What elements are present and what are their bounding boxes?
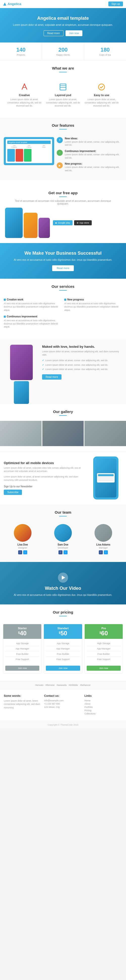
phone-screen-row-2 (98, 479, 113, 479)
mobile-section: Optimized for all mobile devices Lorem i… (0, 451, 126, 504)
footer-link-2[interactable]: Portfolio (84, 706, 122, 708)
footer-contact-2[interactable]: 123 Street, City (44, 706, 82, 708)
made-phone-tall (10, 345, 33, 380)
buy-standart-button[interactable]: Join now (46, 666, 80, 671)
twitter-icon-2[interactable]: t (104, 550, 108, 554)
navbar: Angelica Sign up (0, 0, 126, 8)
buy-pro-button[interactable]: Join now (87, 666, 121, 671)
footer-link-3[interactable]: Pricing (84, 709, 122, 712)
google-icon: ▶ (55, 221, 57, 224)
plan-price-starter: $40 (5, 630, 39, 636)
twitter-icon-1[interactable]: t (63, 550, 68, 554)
brand: Angelica (3, 2, 21, 6)
phone-screen-row-1 (98, 477, 113, 478)
team-grid: Lisa Doe Designer f t Sam Doe Developer … (0, 522, 126, 557)
laptop-stats: 140 Projects 200 Clients 180 Cups (7, 145, 50, 148)
stat-number-tea: 180 (86, 46, 124, 53)
social-icons-0: f t (4, 550, 42, 554)
signup-button[interactable]: Sign up (109, 2, 123, 6)
app-phone-blue (5, 208, 23, 238)
service-item-creative: Creative work Al vero eos et accusamus e… (4, 298, 62, 312)
app-store-button[interactable]: ⊕ App store (74, 220, 92, 225)
laptop-phones (7, 149, 50, 162)
feature-pro-0: High Storage (87, 641, 121, 646)
facebook-icon-0[interactable]: f (18, 550, 22, 554)
plan-features-pro: High Storage App Manager Free Builder Fr… (85, 639, 123, 664)
business-description: Al vero eos et accusamus et iusto odio d… (5, 258, 121, 262)
features-inner: Angelica email template 140 Projects 200… (0, 135, 126, 180)
feature-name-1: Continuous improvement: (65, 150, 122, 153)
play-button[interactable] (58, 573, 68, 583)
member-name-0: Lisa Doe (4, 543, 42, 546)
google-play-button[interactable]: ▶ Google play (53, 220, 72, 225)
mobile-phone-mockup (93, 457, 118, 500)
facebook-icon-1[interactable]: f (58, 550, 63, 554)
what-we-are-section: What we are Creative Lorem ipsum dolor s… (0, 60, 126, 118)
laptop-mockup-area: Angelica email template 140 Projects 200… (4, 137, 54, 165)
social-icons-1: f t (44, 550, 82, 554)
buy-starter-button[interactable]: Join now (5, 666, 39, 671)
footer-contact-0[interactable]: info@example.com (44, 699, 82, 702)
feature-icon-chart: ↑ (57, 150, 63, 156)
play-triangle-icon (62, 576, 65, 580)
hero-read-more-button[interactable]: Read more (44, 30, 63, 36)
plan-currency-starter: $ (18, 631, 20, 634)
feature-pro-3: Free Support (87, 657, 121, 662)
footer-link-1[interactable]: About (84, 703, 122, 705)
stat-number-clients: 200 (44, 46, 82, 53)
hero-buttons: Read more Join now (5, 30, 121, 36)
made-read-more-button[interactable]: Read more (42, 374, 61, 380)
service-item-continuous: Continuous improvement Al vero eos et ac… (4, 315, 62, 329)
member-name-1: Sam Doe (44, 543, 82, 546)
plan-name-starter: Starter (5, 627, 39, 630)
team-member-1: Sam Doe Developer f t (44, 524, 82, 554)
footer-contact-1[interactable]: +1 234 567 890 (44, 703, 82, 705)
pricing-title: Our pricing (5, 610, 121, 614)
business-section: We Make Your Business Successful Al vero… (0, 243, 126, 279)
gallery-image-1 (0, 421, 42, 446)
mobile-content: Optimized for all mobile devices Lorem i… (4, 461, 87, 495)
business-read-more-button[interactable]: Read more (52, 265, 74, 271)
pricing-header-starter: Starter $40 (3, 624, 41, 639)
hero-join-button[interactable]: Join now (66, 30, 82, 36)
twitter-icon-0[interactable]: t (23, 550, 27, 554)
service-continuous-desc: Al vero eos et accusamus et iusto odio d… (4, 319, 62, 329)
feature-easy-desc: Lorem ipsum dolor sit amet, consectetur … (84, 98, 119, 108)
made-description: Lorem ipsum dolor sit amet, consectetuer… (42, 350, 122, 357)
feature-starter-3: Free Support (5, 657, 39, 662)
pricing-card-pro: Pro $60 High Storage App Manager Free Bu… (84, 624, 123, 673)
check-text-2: Lorem ipsum dolor sit amet, conse- ctur … (46, 368, 108, 371)
gallery-item-1 (0, 421, 42, 446)
member-name-2: Lisa Adams (84, 543, 122, 546)
features-divider (59, 129, 67, 129)
laptop-phone-3 (24, 149, 32, 162)
feature-text-2: New progress: Lorem ipsum dolor sit amet… (65, 162, 122, 172)
app-phone-purple (39, 218, 50, 238)
feature-desc-0: Lorem ipsum dolor sit amet, conse- ctur … (65, 140, 122, 147)
app-phone-orange (24, 213, 38, 238)
app-store-label: App store (79, 221, 89, 224)
mobile-title: Optimized for all mobile devices (4, 461, 87, 465)
team-title-area: Our team (0, 504, 126, 522)
pricing-card-standart: Standart $50 App Storage App Manager Fre… (44, 624, 82, 673)
subscribe-button[interactable]: Subscribe (4, 490, 22, 495)
footer-link-0[interactable]: Home (84, 699, 122, 702)
feature-text-1: Continuous improvement: Lorem ipsum dolo… (65, 150, 122, 159)
check-text-0: Lorem ipsum dolor sit amet, conse- ctur … (46, 359, 108, 362)
service-progress-desc: Al vero eos et accusamus et iusto odio d… (64, 302, 122, 312)
what-we-are-title: What we are (5, 66, 121, 70)
team-section: Our team Lisa Doe Designer f t Sam Doe D… (0, 504, 126, 562)
our-features-section: Our features Angelica email template 140… (0, 118, 126, 180)
footer-link-4[interactable]: Collections (84, 713, 122, 715)
stat-number-projects: 140 (2, 46, 40, 53)
pricing-header-pro: Pro $60 (85, 624, 123, 639)
hero-section: Angelica email template Lorem ipsum dolo… (0, 8, 126, 43)
service-continuous-name: Continuous improvement (4, 315, 62, 318)
video-background (0, 562, 126, 605)
laptop-phone-1 (7, 149, 15, 162)
free-app-title: Get our free app (10, 191, 116, 195)
facebook-icon-2[interactable]: f (99, 550, 103, 554)
our-features-title: Our features (5, 123, 121, 127)
features-list: ✦ New ideas: Lorem ipsum dolor sit amet,… (57, 137, 122, 175)
check-mark-2: ✓ (42, 368, 44, 371)
